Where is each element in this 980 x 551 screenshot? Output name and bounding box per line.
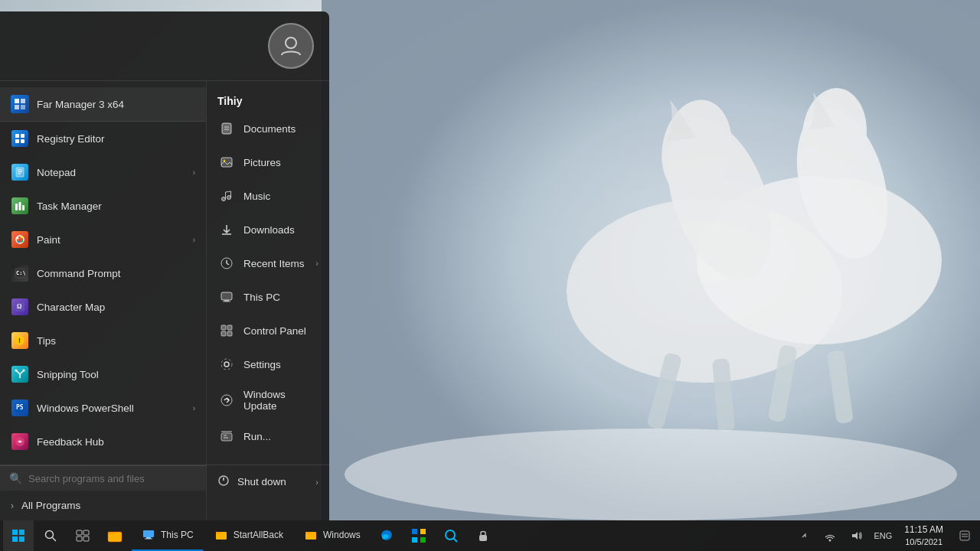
user-avatar[interactable] — [268, 23, 314, 69]
svg-line-80 — [53, 538, 57, 542]
svg-point-28 — [16, 236, 24, 243]
all-programs-label: All Programs — [21, 500, 80, 511]
menu-item-command-prompt[interactable]: C:\> Command Prompt — [0, 256, 206, 290]
taskbar-edge-button[interactable] — [371, 520, 402, 551]
menu-item-documents[interactable]: Documents — [207, 112, 329, 145]
svg-rect-26 — [19, 202, 21, 210]
menu-item-notepad[interactable]: Notepad › — [0, 155, 206, 189]
menu-item-snipping-tool[interactable]: Snipping Tool — [0, 357, 206, 391]
shut-down-arrow: › — [315, 478, 318, 487]
svg-rect-82 — [83, 530, 89, 535]
downloads-label: Downloads — [243, 224, 318, 236]
shut-down-label: Shut down — [237, 476, 286, 487]
svg-rect-27 — [22, 205, 24, 210]
this-pc-label: This PC — [243, 292, 318, 303]
menu-item-registry-editor[interactable]: Registry Editor — [0, 122, 206, 155]
windows-powershell-label: Windows PowerShell — [37, 403, 185, 414]
svg-rect-83 — [77, 536, 82, 541]
documents-label: Documents — [243, 123, 318, 135]
menu-item-recent-items[interactable]: Recent Items › — [207, 246, 329, 280]
pictures-label: Pictures — [243, 157, 318, 168]
task-manager-label: Task Manager — [37, 201, 195, 212]
shut-down-button[interactable]: Shut down › — [207, 465, 329, 498]
recent-items-label: Recent Items — [243, 258, 308, 269]
taskbar-right: ENG 11:15 AM 10/5/2021 — [792, 520, 977, 551]
svg-rect-44 — [222, 123, 231, 134]
taskbar-search-button[interactable] — [35, 520, 66, 551]
character-map-icon: Ω — [11, 298, 29, 316]
menu-item-feedback-hub[interactable]: Feedback Hub — [0, 425, 206, 458]
show-hidden-icons-button[interactable] — [792, 520, 815, 551]
taskbar-cortana-button[interactable] — [436, 520, 466, 551]
left-column: Far Manager 3 x64 — [0, 81, 207, 465]
svg-rect-98 — [479, 535, 487, 541]
menu-item-pictures[interactable]: Pictures — [207, 145, 329, 179]
notification-center-button[interactable] — [952, 520, 977, 551]
music-label: Music — [243, 191, 318, 202]
menu-item-character-map[interactable]: Ω Character Map — [0, 290, 206, 324]
startallback-label: StartAllBack — [234, 530, 283, 540]
svg-rect-81 — [77, 530, 82, 535]
clock-time: 11:15 AM — [904, 523, 943, 536]
menu-item-music[interactable]: Music — [207, 179, 329, 213]
svg-rect-93 — [420, 529, 426, 534]
pinned-far-manager[interactable]: Far Manager 3 x64 — [0, 87, 206, 122]
taskbar-security-button[interactable] — [468, 520, 498, 551]
menu-item-tips[interactable]: ! Tips — [0, 324, 206, 357]
svg-rect-64 — [221, 331, 226, 336]
taskbar-app-startallback[interactable]: StartAllBack — [204, 520, 292, 551]
bottom-right-area: Shut down › — [207, 465, 329, 520]
network-icon[interactable] — [818, 520, 841, 551]
svg-rect-78 — [19, 536, 24, 542]
taskbar-app-windows-folder[interactable]: Windows — [294, 520, 370, 551]
control-panel-label: Control Panel — [243, 325, 318, 337]
downloads-icon — [217, 220, 236, 239]
svg-text:PS: PS — [16, 404, 24, 411]
svg-rect-92 — [412, 529, 417, 534]
system-clock[interactable]: 11:15 AM 10/5/2021 — [898, 520, 949, 551]
menu-item-run[interactable]: Run... — [207, 419, 329, 453]
svg-point-39 — [15, 370, 18, 372]
desktop-background — [322, 0, 980, 520]
menu-item-paint[interactable]: Paint › — [0, 223, 206, 256]
all-programs-chevron: › — [11, 500, 14, 511]
menu-item-downloads[interactable]: Downloads — [207, 213, 329, 246]
svg-point-67 — [221, 359, 232, 370]
notepad-icon — [11, 163, 29, 181]
tips-icon: ! — [11, 331, 29, 350]
svg-rect-63 — [227, 325, 232, 330]
svg-point-99 — [829, 540, 831, 542]
svg-point-40 — [23, 370, 25, 372]
notepad-arrow: › — [193, 168, 195, 177]
all-programs-button[interactable]: › All Programs — [0, 491, 206, 520]
taskbar-file-explorer-button[interactable] — [100, 520, 130, 551]
bottom-bar: 🔍 › All Programs — [0, 465, 329, 520]
svg-rect-76 — [19, 530, 24, 535]
search-input[interactable] — [28, 473, 197, 484]
paint-arrow: › — [193, 236, 195, 244]
taskbar-task-view-button[interactable] — [67, 520, 98, 551]
task-manager-icon — [11, 197, 29, 215]
volume-icon[interactable] — [844, 520, 867, 551]
ps-arrow: › — [193, 404, 195, 412]
svg-point-68 — [221, 395, 232, 406]
menu-item-settings[interactable]: Settings — [207, 347, 329, 381]
language-text: ENG — [874, 531, 892, 540]
menu-item-task-manager[interactable]: Task Manager — [0, 189, 206, 223]
menu-item-windows-update[interactable]: Windows Update — [207, 381, 329, 419]
svg-rect-25 — [15, 204, 18, 210]
menu-item-control-panel[interactable]: Control Panel — [207, 314, 329, 347]
language-indicator[interactable]: ENG — [871, 520, 895, 551]
start-menu: Far Manager 3 x64 — [0, 11, 329, 520]
menu-item-windows-powershell[interactable]: PS Windows PowerShell › — [0, 391, 206, 425]
start-button[interactable] — [3, 520, 34, 551]
menu-item-this-pc[interactable]: This PC — [207, 280, 329, 314]
documents-icon — [217, 119, 236, 138]
command-prompt-icon: C:\> — [11, 264, 29, 282]
svg-text:Ω: Ω — [17, 303, 22, 310]
svg-rect-77 — [12, 536, 18, 542]
paint-label: Paint — [37, 234, 185, 246]
svg-point-96 — [446, 530, 455, 540]
taskbar-store-button[interactable] — [403, 520, 434, 551]
taskbar-app-this-pc[interactable]: This PC — [132, 520, 203, 551]
